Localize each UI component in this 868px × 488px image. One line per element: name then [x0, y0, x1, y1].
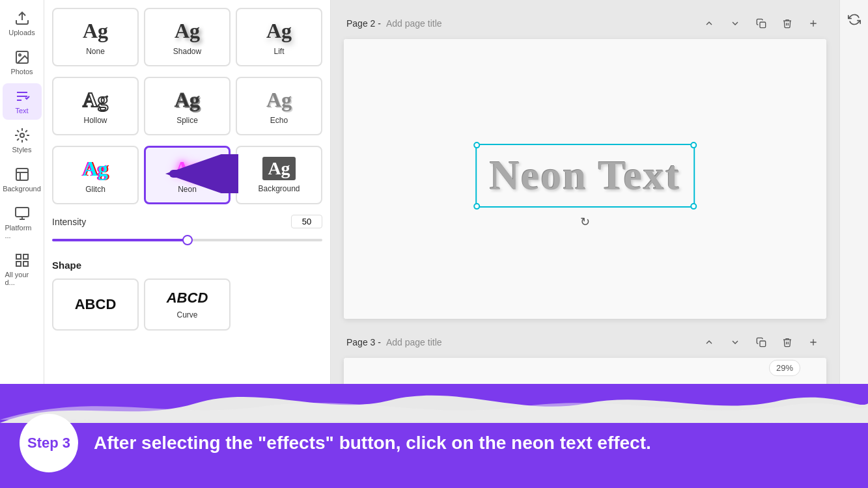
effect-bg-preview: Ag [262, 157, 295, 180]
page3-down-btn[interactable] [725, 332, 746, 353]
effect-neon[interactable]: Ag Neon [144, 146, 231, 204]
intensity-label: Intensity [52, 217, 86, 227]
sidebar-label-platform: Platform ... [5, 224, 39, 239]
effect-splice-label: Splice [176, 116, 198, 125]
page2-header: Page 2 - Add page title [344, 13, 826, 34]
page2-content: Neon Text ↻ [344, 39, 826, 319]
sidebar-item-text[interactable]: Text [3, 83, 42, 120]
page3-container: Page 3 - Add page title [344, 332, 826, 384]
effect-none-preview: Ag [83, 19, 108, 43]
rotate-handle[interactable]: ↻ [580, 215, 590, 229]
page2-dash: - [378, 18, 381, 29]
page2-delete-btn[interactable] [777, 13, 798, 34]
effect-shadow[interactable]: Ag Shadow [144, 8, 231, 66]
effect-glitch-preview: Ag [83, 157, 108, 181]
shape-curve-label: Curve [176, 310, 197, 319]
effect-hollow-preview: Ag [83, 88, 108, 112]
handle-tr[interactable] [690, 142, 697, 148]
page3-up-btn[interactable] [699, 332, 720, 353]
sidebar-item-background[interactable]: Background [3, 161, 42, 198]
main-area: Uploads Photos Text Styles [0, 0, 868, 384]
intensity-input[interactable] [291, 215, 322, 228]
page3-dash: - [378, 337, 381, 347]
sidebar-label-background: Background [3, 185, 41, 193]
page3-delete-btn[interactable] [777, 332, 798, 353]
page3-title-area: Page 3 - Add page title [346, 337, 442, 347]
shape-section: Shape ABCD ABCD Curve [52, 260, 322, 331]
tutorial-content: Step 3 After selecting the "effects" but… [0, 401, 868, 488]
sidebar-label-allyours: All your d... [5, 271, 39, 286]
shape-normal-preview: ABCD [75, 296, 117, 313]
shape-curve-preview: ABCD [167, 290, 208, 306]
page2-title-area: Page 2 - Add page title [346, 18, 442, 29]
sidebar-label-text: Text [15, 107, 28, 115]
svg-rect-11 [760, 341, 766, 347]
sidebar-label-styles: Styles [12, 146, 32, 154]
sidebar-item-platform[interactable]: Platform ... [3, 200, 42, 245]
shape-normal[interactable]: ABCD [52, 278, 139, 331]
svg-rect-6 [23, 254, 28, 259]
effect-hollow-label: Hollow [83, 116, 107, 125]
page2-copy-btn[interactable] [751, 13, 772, 34]
slider-thumb[interactable] [182, 235, 193, 245]
page3-canvas[interactable] [344, 358, 826, 384]
intensity-section: Intensity [52, 215, 322, 247]
handle-br[interactable] [690, 203, 697, 210]
page2-add-btn[interactable] [803, 13, 824, 34]
neon-text-display: Neon Text [490, 152, 681, 198]
page2-up-btn[interactable] [699, 13, 720, 34]
tutorial-description: After selecting the "effects" button, cl… [94, 431, 651, 455]
page2-container: Page 2 - Add page title [344, 13, 826, 319]
page2-canvas[interactable]: Neon Text ↻ [344, 39, 826, 319]
slider-track [52, 239, 322, 241]
page2-down-btn[interactable] [725, 13, 746, 34]
svg-rect-7 [16, 262, 21, 266]
effect-echo[interactable]: Ag Echo [236, 77, 322, 135]
sidebar-item-photos[interactable]: Photos [3, 44, 42, 81]
effect-hollow[interactable]: Ag Hollow [52, 77, 139, 135]
sidebar-item-styles[interactable]: Styles [3, 122, 42, 159]
page3-header: Page 3 - Add page title [344, 332, 826, 353]
refresh-btn[interactable] [843, 8, 866, 31]
sidebar-label-uploads: Uploads [8, 29, 35, 36]
page2-add-title[interactable]: Add page title [386, 18, 442, 29]
page2-title: Page 2 - [346, 18, 381, 29]
effect-echo-preview: Ag [266, 88, 292, 112]
sidebar-icons: Uploads Photos Text Styles [0, 0, 44, 384]
canvas-area[interactable]: Page 2 - Add page title [331, 0, 839, 384]
effect-none-label: None [86, 47, 105, 56]
page3-title: Page 3 - [346, 337, 381, 347]
effect-background[interactable]: Ag Background [236, 146, 322, 204]
svg-rect-3 [16, 169, 28, 180]
neon-text-box[interactable]: Neon Text ↻ [475, 144, 695, 208]
shape-curve[interactable]: ABCD Curve [144, 278, 231, 331]
sidebar-label-photos: Photos [10, 68, 33, 75]
effect-glitch[interactable]: Ag Glitch [52, 146, 139, 204]
effect-lift[interactable]: Ag Lift [236, 8, 322, 66]
zoom-indicator: 29% [769, 360, 800, 376]
svg-rect-5 [16, 254, 21, 259]
svg-rect-8 [23, 262, 28, 266]
page3-copy-btn[interactable] [751, 332, 772, 353]
effects-grid-top: Ag None Ag Shadow Ag Lift [52, 8, 322, 66]
handle-tl[interactable] [473, 142, 480, 148]
page3-content [344, 358, 826, 384]
effect-none[interactable]: Ag None [52, 8, 139, 66]
step-badge-text: Step 3 [27, 435, 70, 452]
effects-grid-mid: Ag Hollow Ag Splice Ag Echo [52, 77, 322, 135]
effect-splice[interactable]: Ag Splice [144, 77, 231, 135]
svg-point-1 [19, 54, 21, 56]
page3-add-title[interactable]: Add page title [386, 337, 442, 347]
intensity-slider[interactable] [52, 234, 322, 247]
page3-actions [699, 332, 824, 353]
svg-rect-10 [760, 22, 766, 28]
handle-bl[interactable] [473, 203, 480, 210]
effect-lift-label: Lift [273, 47, 284, 56]
sidebar-item-allyours[interactable]: All your d... [3, 247, 42, 291]
page3-add-btn[interactable] [803, 332, 824, 353]
page2-actions [699, 13, 824, 34]
intensity-header: Intensity [52, 215, 322, 228]
effect-bg-label: Background [258, 184, 300, 193]
right-sidebar [839, 0, 868, 384]
sidebar-item-uploads[interactable]: Uploads [3, 5, 42, 42]
